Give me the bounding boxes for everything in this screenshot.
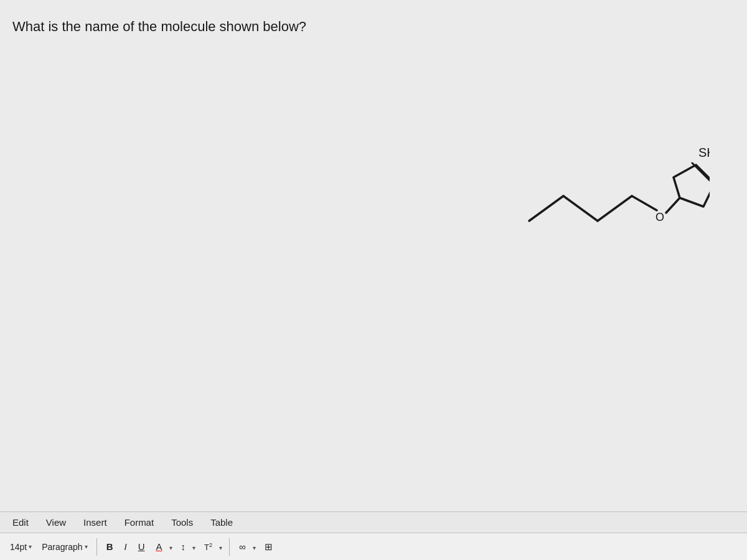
menu-view[interactable]: View (44, 516, 68, 529)
svg-line-7 (692, 163, 710, 180)
image-icon: ⊞ (265, 541, 273, 552)
indent-button[interactable]: ↕ (177, 539, 190, 554)
underline-button[interactable]: U (134, 539, 149, 554)
svg-line-3 (632, 196, 657, 210)
superscript-group: T2 ▾ (200, 539, 224, 554)
menu-insert[interactable]: Insert (81, 516, 110, 529)
underline-label: U (138, 541, 145, 552)
svg-line-0 (529, 196, 563, 221)
content-area: What is the name of the molecule shown b… (0, 0, 747, 511)
superscript-arrow[interactable]: ▾ (217, 539, 224, 554)
paragraph-chevron-icon: ▾ (85, 543, 88, 550)
menu-tools[interactable]: Tools (169, 516, 195, 529)
link-chevron-icon: ▾ (253, 544, 256, 551)
molecule-svg: O SH (510, 50, 710, 299)
paragraph-style-dropdown[interactable]: Paragraph ▾ (38, 540, 91, 554)
font-color-arrow[interactable]: ▾ (167, 539, 174, 554)
indent-label: ↕ (181, 541, 186, 552)
link-group: ∞ ▾ (235, 539, 258, 554)
font-color-chevron-icon: ▾ (169, 544, 172, 551)
italic-label: I (124, 541, 126, 552)
image-button[interactable]: ⊞ (260, 539, 277, 555)
superscript-chevron-icon: ▾ (219, 544, 222, 551)
link-arrow[interactable]: ▾ (251, 539, 258, 554)
italic-button[interactable]: I (120, 539, 131, 554)
menu-bar: Edit View Insert Format Tools Table (0, 511, 747, 533)
menu-table[interactable]: Table (208, 516, 235, 529)
formatting-bar: 14pt ▾ Paragraph ▾ B I U A ▾ ↕ (0, 533, 747, 560)
link-button[interactable]: ∞ (235, 539, 250, 554)
superscript-button[interactable]: T2 (200, 539, 217, 554)
image-group: ⊞ (260, 539, 277, 555)
main-container: What is the name of the molecule shown b… (0, 0, 747, 560)
svg-text:O: O (655, 211, 664, 223)
font-size-dropdown[interactable]: 14pt ▾ (6, 540, 35, 554)
svg-line-5 (666, 198, 680, 213)
separator-1 (96, 538, 97, 556)
font-color-button[interactable]: A (152, 539, 167, 554)
separator-2 (229, 538, 230, 556)
paragraph-style-value: Paragraph (42, 542, 82, 552)
molecule-diagram: O SH (510, 50, 710, 299)
indent-chevron-icon: ▾ (192, 544, 195, 551)
menu-edit[interactable]: Edit (10, 516, 31, 529)
svg-line-1 (563, 196, 598, 221)
svg-line-2 (598, 196, 632, 221)
indent-group: ↕ ▾ (177, 539, 198, 554)
font-color-label: A (156, 541, 162, 552)
font-size-value: 14pt (10, 542, 27, 552)
indent-arrow[interactable]: ▾ (190, 539, 197, 554)
bold-button[interactable]: B (102, 539, 118, 554)
svg-text:SH: SH (698, 146, 710, 159)
bold-label: B (106, 541, 113, 552)
menu-format[interactable]: Format (122, 516, 157, 529)
superscript-label: T2 (204, 543, 212, 552)
link-icon: ∞ (239, 541, 246, 552)
font-color-group: A ▾ (152, 539, 174, 554)
font-size-chevron-icon: ▾ (29, 543, 32, 550)
question-text: What is the name of the molecule shown b… (12, 19, 728, 35)
